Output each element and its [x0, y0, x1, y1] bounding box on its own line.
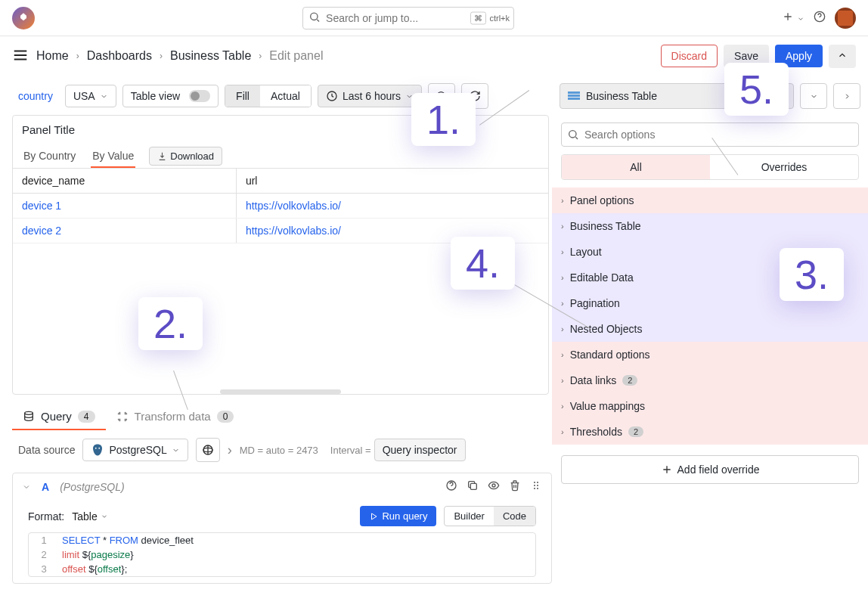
query-count-badge: 4: [78, 411, 95, 423]
table-row: device 1 https://volkovlabs.io/: [13, 194, 548, 219]
query-a: A (PostgreSQL) Format: Table: [12, 473, 552, 584]
toggle-query-icon[interactable]: [488, 479, 500, 494]
svg-point-6: [99, 448, 101, 449]
variable-country-label[interactable]: country: [12, 85, 59, 107]
vis-chevron-button[interactable]: [800, 83, 827, 109]
svg-point-11: [492, 484, 495, 487]
options-pane: Business Table All Overrides ›Panel opti…: [552, 76, 868, 614]
annotation-4: 4.: [451, 237, 515, 290]
table-icon: [568, 91, 580, 101]
tab-query[interactable]: Query 4: [12, 402, 106, 430]
url-link[interactable]: https://volkovlabs.io/: [246, 225, 341, 237]
chevron-right-icon: ›: [160, 51, 163, 61]
tab-by-value[interactable]: By Value: [91, 144, 135, 168]
breadcrumb-dashboards[interactable]: Dashboards: [87, 49, 152, 63]
global-search[interactable]: ⌘ ctrl+k: [302, 7, 514, 29]
tab-overrides[interactable]: Overrides: [710, 155, 858, 179]
top-bar: ⌘ ctrl+k: [0, 0, 868, 36]
option-panel-options[interactable]: ›Panel options: [552, 188, 868, 213]
col-url[interactable]: url: [236, 169, 548, 194]
data-table: device_name url device 1 https://volkovl…: [13, 169, 548, 243]
annotation-3: 3.: [780, 248, 844, 301]
add-menu[interactable]: [782, 11, 804, 25]
meta-interval-label: Interval =: [330, 445, 371, 456]
svg-point-5: [95, 448, 97, 449]
option-business-table[interactable]: ›Business Table: [552, 213, 868, 239]
svg-point-14: [534, 485, 535, 486]
datasource-label: Data source: [18, 444, 75, 456]
seg-actual[interactable]: Actual: [260, 85, 311, 107]
svg-rect-10: [470, 483, 476, 489]
format-select[interactable]: Table: [72, 510, 107, 523]
transform-count-badge: 0: [217, 411, 234, 423]
breadcrumb-business-table[interactable]: Business Table: [170, 49, 251, 63]
options-search: [552, 115, 868, 154]
search-icon: [567, 129, 579, 143]
option-value-mappings[interactable]: ›Value mappings: [552, 393, 868, 419]
format-label: Format:: [28, 510, 64, 523]
collapse-button[interactable]: [829, 45, 856, 68]
variable-country-value[interactable]: USA: [65, 85, 116, 107]
download-button[interactable]: Download: [149, 147, 222, 166]
annotation-2: 2.: [138, 297, 203, 350]
svg-point-16: [534, 488, 535, 489]
device-link[interactable]: device 1: [22, 200, 61, 212]
grafana-logo[interactable]: [12, 7, 35, 29]
datasource-settings-button[interactable]: [196, 438, 220, 462]
query-inspector-button[interactable]: Query inspector: [374, 439, 466, 461]
svg-point-17: [537, 488, 538, 489]
discard-button[interactable]: Discard: [661, 45, 718, 67]
shortcut-hint: ⌘ ctrl+k: [470, 11, 510, 24]
user-avatar[interactable]: [835, 8, 856, 29]
breadcrumb-home[interactable]: Home: [36, 49, 69, 63]
svg-point-4: [25, 411, 33, 414]
menu-icon[interactable]: [12, 47, 29, 66]
fill-actual-segment[interactable]: Fill Actual: [225, 85, 312, 107]
horizontal-scrollbar[interactable]: [220, 389, 341, 394]
query-letter: A: [42, 481, 49, 493]
left-pane: country USA Table view Fill Actual Last …: [0, 76, 552, 614]
annotation-5: 5.: [724, 63, 789, 116]
seg-builder[interactable]: Builder: [445, 507, 493, 526]
query-help-icon[interactable]: [445, 479, 457, 494]
tab-by-country[interactable]: By Country: [22, 144, 77, 168]
add-field-override-button[interactable]: Add field override: [561, 455, 859, 484]
tab-transform[interactable]: Transform data 0: [106, 402, 245, 430]
col-device-name[interactable]: device_name: [13, 169, 236, 194]
time-range-picker[interactable]: Last 6 hours: [318, 85, 422, 107]
device-link[interactable]: device 2: [22, 225, 61, 237]
sql-editor[interactable]: 1SELECT * FROM device_fleet2limit ${page…: [28, 532, 536, 577]
chevron-right-icon: ›: [259, 51, 262, 61]
options-search-input[interactable]: [561, 122, 859, 147]
meta-md: MD = auto = 2473: [240, 445, 318, 456]
option-nested-objects[interactable]: ›Nested Objects: [552, 316, 868, 342]
svg-point-0: [311, 13, 318, 20]
svg-point-12: [534, 482, 535, 483]
options-list: ›Panel options›Business Table›Layout›Edi…: [552, 188, 868, 445]
breadcrumb-edit-panel: Edit panel: [269, 49, 323, 63]
help-icon[interactable]: [814, 11, 826, 25]
svg-point-15: [537, 485, 538, 486]
duplicate-query-icon[interactable]: [467, 479, 479, 494]
url-link[interactable]: https://volkovlabs.io/: [246, 200, 341, 212]
search-icon: [308, 11, 321, 25]
option-data-links[interactable]: ›Data links2: [552, 367, 868, 393]
tab-all[interactable]: All: [562, 155, 710, 179]
options-tabs: All Overrides: [561, 154, 859, 180]
seg-fill[interactable]: Fill: [225, 85, 260, 107]
svg-point-13: [537, 482, 538, 483]
seg-code[interactable]: Code: [494, 507, 535, 526]
vis-next-button[interactable]: [833, 83, 860, 109]
run-query-button[interactable]: Run query: [360, 506, 436, 526]
option-standard-options[interactable]: ›Standard options: [552, 342, 868, 367]
chevron-right-icon: ›: [76, 51, 79, 61]
svg-point-18: [569, 131, 576, 138]
annotation-1: 1.: [411, 93, 476, 146]
datasource-select[interactable]: PostgreSQL: [82, 439, 188, 461]
option-thresholds[interactable]: ›Thresholds2: [552, 419, 868, 445]
delete-query-icon[interactable]: [509, 479, 521, 494]
table-view-toggle[interactable]: Table view: [122, 85, 219, 107]
builder-code-segment[interactable]: Builder Code: [444, 506, 536, 526]
drag-handle-icon[interactable]: [530, 479, 542, 494]
query-source-name: (PostgreSQL): [60, 481, 125, 493]
